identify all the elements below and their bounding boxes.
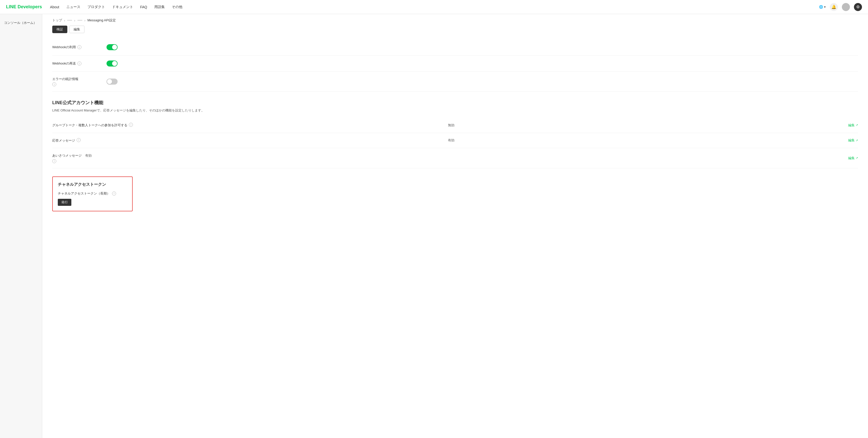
breadcrumb: トップ › › › Messaging API設定 xyxy=(52,14,858,26)
nav-product[interactable]: プロダクト xyxy=(87,5,105,9)
feature-greeting-msg-label-col: あいさつメッセージ 有効 i xyxy=(52,153,450,163)
webhook-use-row: Webhookの利用 i xyxy=(52,39,858,56)
error-stats-knob xyxy=(107,79,112,84)
error-stats-info-icon[interactable]: i xyxy=(52,82,56,86)
globe-chevron: ▾ xyxy=(824,5,826,9)
globe-button[interactable]: 🌐 ▾ xyxy=(819,5,826,9)
feature-greeting-msg-label: あいさつメッセージ 有効 i xyxy=(52,153,450,163)
line-official-desc: LINE Official Account Managerで、応答メッセージを編… xyxy=(52,108,858,113)
feature-group-talk-info-icon[interactable]: i xyxy=(129,123,133,127)
feature-greeting-msg-edit[interactable]: 編集 ↗ xyxy=(848,156,858,160)
layout: コンソール（ホーム） トップ › › › Messaging API設定 検証 … xyxy=(0,14,868,438)
external-link-icon-0: ↗ xyxy=(856,124,858,127)
nav-docs[interactable]: ドキュメント xyxy=(112,5,133,9)
main-content: トップ › › › Messaging API設定 検証 編集 Webhookの… xyxy=(42,14,868,438)
feature-greeting-msg-value: 有効 xyxy=(85,154,92,158)
feature-response-msg-label: 応答メッセージ i xyxy=(52,138,446,143)
error-stats-toggle[interactable] xyxy=(106,78,118,85)
token-long-term-info-icon[interactable]: i xyxy=(112,192,116,196)
webhook-use-label: Webhookの利用 i xyxy=(52,45,102,49)
feature-group-talk: グループトーク・複数人トークへの参加を許可する i 無効 編集 ↗ xyxy=(52,118,858,133)
tab-edit[interactable]: 編集 xyxy=(69,26,85,33)
error-stats-label: エラーの統計情報 i xyxy=(52,77,102,86)
feature-group-talk-edit[interactable]: 編集 ↗ xyxy=(848,123,858,128)
external-link-icon-2: ↗ xyxy=(856,156,858,160)
tab-bar: 検証 編集 xyxy=(52,26,858,33)
breadcrumb-item1[interactable] xyxy=(67,20,72,21)
token-section-title: チャネルアクセストークン xyxy=(58,182,127,187)
line-official-title: LINE公式アカウント機能 xyxy=(52,100,858,106)
feature-group-talk-label: グループトーク・複数人トークへの参加を許可する i xyxy=(52,123,446,128)
webhook-resend-info-icon[interactable]: i xyxy=(78,62,82,66)
nav-glossary[interactable]: 用語集 xyxy=(154,5,165,9)
webhook-use-toggle[interactable] xyxy=(106,44,118,50)
token-long-term-row: チャネルアクセストークン（長期） i xyxy=(58,191,127,196)
nav-faq[interactable]: FAQ xyxy=(140,5,147,9)
breadcrumb-sep2: › xyxy=(74,19,75,22)
breadcrumb-sep1: › xyxy=(64,19,65,22)
issue-token-button[interactable]: 発行 xyxy=(58,199,71,206)
tab-verify[interactable]: 検証 xyxy=(52,26,67,33)
webhook-use-knob xyxy=(112,45,117,50)
token-long-term-label: チャネルアクセストークン（長期） xyxy=(58,191,110,196)
nav-news[interactable]: ニュース xyxy=(66,5,81,9)
header: LINE Developers About ニュース プロダクト ドキュメント … xyxy=(0,0,868,14)
channel-access-token-section: チャネルアクセストークン チャネルアクセストークン（長期） i 発行 xyxy=(52,176,133,211)
globe-icon: 🌐 xyxy=(819,5,823,9)
breadcrumb-item2[interactable] xyxy=(78,20,83,21)
feature-response-msg-info-icon[interactable]: i xyxy=(76,138,81,142)
feature-response-msg-label-col: 応答メッセージ i xyxy=(52,138,446,143)
feature-response-msg: 応答メッセージ i 有効 編集 ↗ xyxy=(52,133,858,148)
main-nav: About ニュース プロダクト ドキュメント FAQ 用語集 その他 xyxy=(50,5,819,9)
feature-group-talk-value: 無効 xyxy=(448,123,455,128)
logo: LINE Developers xyxy=(6,4,42,9)
webhook-resend-label: Webhookの再送 i xyxy=(52,61,102,66)
header-actions: 🌐 ▾ 🔔 ⚙ xyxy=(819,3,862,11)
feature-response-msg-edit[interactable]: 編集 ↗ xyxy=(848,138,858,142)
nav-other[interactable]: その他 xyxy=(172,5,182,9)
breadcrumb-current: Messaging API設定 xyxy=(87,18,116,23)
webhook-resend-toggle[interactable] xyxy=(106,61,118,67)
breadcrumb-top[interactable]: トップ xyxy=(52,18,62,23)
webhook-use-info-icon[interactable]: i xyxy=(78,45,82,49)
breadcrumb-sep3: › xyxy=(85,19,85,22)
bell-icon[interactable]: 🔔 xyxy=(830,3,838,11)
feature-group-talk-label-col: グループトーク・複数人トークへの参加を許可する i xyxy=(52,123,446,128)
sidebar-item-console[interactable]: コンソール（ホーム） xyxy=(0,18,42,28)
feature-greeting-msg: あいさつメッセージ 有効 i 編集 ↗ xyxy=(52,148,858,168)
nav-about[interactable]: About xyxy=(50,5,59,9)
feature-greeting-msg-info-icon[interactable]: i xyxy=(52,159,56,163)
external-link-icon-1: ↗ xyxy=(856,139,858,142)
feature-response-msg-value: 有効 xyxy=(448,138,455,142)
webhook-resend-row: Webhookの再送 i xyxy=(52,56,858,72)
sidebar: コンソール（ホーム） xyxy=(0,14,42,438)
error-stats-row: エラーの統計情報 i xyxy=(52,72,858,92)
settings-icon[interactable]: ⚙ xyxy=(854,3,862,11)
webhook-resend-knob xyxy=(112,61,117,66)
avatar[interactable] xyxy=(842,3,850,11)
